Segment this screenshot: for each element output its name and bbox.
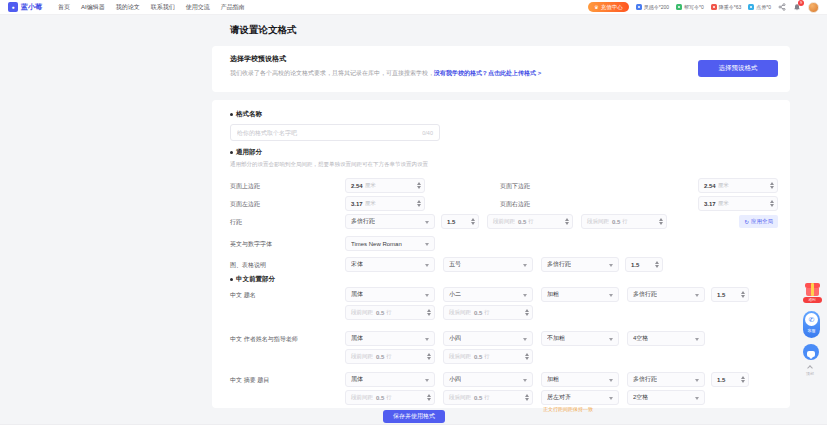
caption-label: 图、表格说明 bbox=[230, 261, 266, 270]
cn-title-space-after-stepper[interactable]: 段后间距 0.5 行 bbox=[443, 305, 533, 320]
cn-title-space-before-stepper[interactable]: 段前间距 0.5 行 bbox=[345, 305, 435, 320]
caption-linespacing-select[interactable]: 多倍行距 bbox=[541, 257, 619, 272]
chevron-down-icon bbox=[523, 294, 527, 297]
cn-author-weight-select[interactable]: 不加粗 bbox=[541, 331, 619, 346]
notification-badge: 9 bbox=[798, 0, 804, 6]
save-format-button[interactable]: 保存并使用格式 bbox=[383, 410, 445, 423]
space-before-unit: 行 bbox=[528, 218, 534, 225]
cn-author-size-select[interactable]: 小四 bbox=[443, 331, 533, 346]
stepper-arrows-icon[interactable] bbox=[770, 197, 774, 210]
row-cn-author: 中文 作者姓名与指导老师 黑体 小四 不加粗 4空格 bbox=[212, 331, 790, 346]
choose-preset-button[interactable]: 选择预设格式 bbox=[698, 60, 778, 77]
row-cn-title: 中文 题名 黑体 小二 加粗 多倍行距 1.5 bbox=[212, 287, 790, 302]
recharge-center-button[interactable]: ♛ 充值中心 bbox=[588, 2, 628, 12]
cn-author-font-select[interactable]: 黑体 bbox=[345, 331, 435, 346]
stepper-arrows-icon[interactable] bbox=[427, 350, 431, 363]
token-inspiration[interactable]: 灵感令*200 bbox=[636, 4, 669, 10]
english-font-select[interactable]: Times New Roman bbox=[345, 236, 435, 251]
caption-value-stepper[interactable]: 1.5 bbox=[625, 257, 663, 272]
line-spacing-value-stepper[interactable]: 1.5 bbox=[441, 214, 479, 229]
section-cn-front: 中文前置部分 bbox=[230, 275, 275, 284]
stepper-arrows-icon[interactable] bbox=[417, 197, 421, 210]
share-button[interactable] bbox=[778, 3, 786, 11]
chevron-down-icon bbox=[523, 338, 527, 341]
cn-abstract-align-select[interactable]: 居左对齐 bbox=[541, 390, 619, 405]
chevron-down-icon bbox=[695, 338, 699, 341]
stepper-arrows-icon[interactable] bbox=[525, 350, 529, 363]
back-to-top-button[interactable]: 顶部 bbox=[806, 366, 814, 376]
selected-value: 宋体 bbox=[351, 260, 363, 269]
cn-abstract-linespacing-select[interactable]: 多倍行距 bbox=[627, 372, 705, 387]
selected-value: 加粗 bbox=[547, 375, 559, 384]
margin-right-stepper[interactable]: 3.17 厘米 bbox=[698, 196, 778, 211]
margin-left-stepper[interactable]: 3.17 厘米 bbox=[345, 196, 425, 211]
margin-bottom-stepper[interactable]: 2.54 厘米 bbox=[698, 178, 778, 193]
nav-item-my-papers[interactable]: 我的论文 bbox=[116, 3, 140, 12]
stepper-arrows-icon[interactable] bbox=[659, 215, 663, 228]
cn-title-size-select[interactable]: 小二 bbox=[443, 287, 533, 302]
space-before-unit: 行 bbox=[386, 353, 392, 360]
space-after-label: 段后间距 bbox=[449, 353, 471, 360]
nav-item-home[interactable]: 首页 bbox=[58, 3, 70, 12]
cn-abstract-weight-select[interactable]: 加粗 bbox=[541, 372, 619, 387]
notifications-button[interactable]: 9 bbox=[793, 3, 801, 12]
space-after-unit: 行 bbox=[484, 394, 490, 401]
cn-abstract-font-select[interactable]: 黑体 bbox=[345, 372, 435, 387]
cn-title-linespacing-select[interactable]: 多倍行距 bbox=[627, 287, 705, 302]
margin-top-unit: 厘米 bbox=[365, 182, 376, 189]
chevron-up-icon bbox=[807, 365, 813, 371]
chevron-down-icon bbox=[425, 294, 429, 297]
space-after-value: 0.5 bbox=[474, 395, 482, 401]
preset-card: 选择学校预设格式 我们收录了各个高校的论文格式要求，且将其记录在库中，可直接搜索… bbox=[212, 46, 790, 92]
apply-global-badge[interactable]: ↻ 应用全局 bbox=[739, 215, 778, 228]
brand-logo-icon[interactable]: ● bbox=[8, 2, 18, 12]
stepper-arrows-icon[interactable] bbox=[741, 373, 745, 386]
upload-format-link[interactable]: 没有我学校的格式？点击此处上传格式 > bbox=[434, 70, 541, 76]
cn-title-value-stepper[interactable]: 1.5 bbox=[711, 287, 749, 302]
caption-font-select[interactable]: 宋体 bbox=[345, 257, 435, 272]
nav-item-ai-editor[interactable]: AI编辑器 bbox=[81, 3, 105, 12]
cn-author-space-after-stepper[interactable]: 段后间距 0.5 行 bbox=[443, 349, 533, 364]
space-after-stepper[interactable]: 段后间距 0.5 行 bbox=[581, 214, 667, 229]
stepper-arrows-icon[interactable] bbox=[525, 391, 529, 404]
customer-service-widget[interactable]: ✆ 客服 bbox=[803, 311, 820, 338]
english-font-label: 英文与数字字体 bbox=[230, 240, 272, 249]
cn-abstract-value-stepper[interactable]: 1.5 bbox=[711, 372, 749, 387]
stepper-arrows-icon[interactable] bbox=[427, 391, 431, 404]
token-writing[interactable]: 帮写令*0 bbox=[676, 4, 704, 10]
cn-title-weight-select[interactable]: 加粗 bbox=[541, 287, 619, 302]
token-dedup[interactable]: 降重令*63 bbox=[711, 4, 742, 10]
nav-item-community[interactable]: 使用交流 bbox=[186, 3, 210, 12]
cn-author-space-before-stepper[interactable]: 段前间距 0.5 行 bbox=[345, 349, 435, 364]
nav-item-guide[interactable]: 产品指南 bbox=[221, 3, 245, 12]
stepper-arrows-icon[interactable] bbox=[427, 306, 431, 319]
stepper-arrows-icon[interactable] bbox=[417, 179, 421, 192]
space-before-label: 段前间距 bbox=[351, 353, 373, 360]
caption-size-select[interactable]: 五号 bbox=[443, 257, 533, 272]
nav-item-contact[interactable]: 联系我们 bbox=[151, 3, 175, 12]
general-section-desc: 通用部分的设置会影响到全局间距，想要单独设置间距可在下方各章节设置内设置 bbox=[230, 161, 428, 168]
stepper-arrows-icon[interactable] bbox=[655, 258, 659, 271]
stepper-arrows-icon[interactable] bbox=[525, 306, 529, 319]
line-spacing-mode-select[interactable]: 多倍行距 bbox=[345, 214, 435, 229]
cn-abstract-space-before-stepper[interactable]: 段前间距 0.5 行 bbox=[345, 390, 435, 405]
token-points[interactable]: 点券*0 bbox=[748, 4, 771, 10]
user-avatar[interactable] bbox=[808, 2, 819, 13]
format-name-input[interactable] bbox=[237, 130, 418, 136]
margin-top-stepper[interactable]: 2.54 厘米 bbox=[345, 178, 425, 193]
cn-title-font-select[interactable]: 黑体 bbox=[345, 287, 435, 302]
stepper-arrows-icon[interactable] bbox=[471, 215, 475, 228]
stepper-arrows-icon[interactable] bbox=[770, 179, 774, 192]
brand-name[interactable]: 蓝小莓 bbox=[21, 2, 42, 12]
chevron-down-icon bbox=[609, 338, 613, 341]
chat-widget[interactable] bbox=[803, 344, 819, 360]
stepper-arrows-icon[interactable] bbox=[565, 215, 569, 228]
space-before-stepper[interactable]: 段前间距 0.5 行 bbox=[487, 214, 573, 229]
cn-abstract-size-select[interactable]: 小四 bbox=[443, 372, 533, 387]
promo-gift-widget[interactable]: 福利 bbox=[802, 283, 822, 303]
space-after-label: 段后间距 bbox=[587, 218, 609, 225]
cn-abstract-indent-select[interactable]: 2空格 bbox=[627, 390, 705, 405]
cn-author-indent-select[interactable]: 4空格 bbox=[627, 331, 705, 346]
stepper-arrows-icon[interactable] bbox=[741, 288, 745, 301]
cn-abstract-space-after-stepper[interactable]: 段后间距 0.5 行 bbox=[443, 390, 533, 405]
